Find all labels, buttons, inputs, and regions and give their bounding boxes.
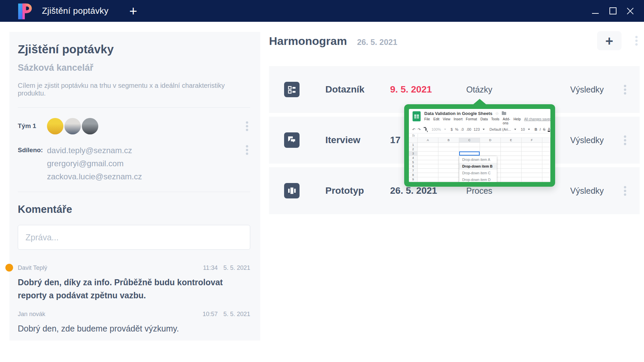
sheet-cell bbox=[438, 177, 459, 182]
sheet-cell bbox=[501, 164, 522, 169]
phase-link-results[interactable]: Výsledky bbox=[570, 186, 604, 196]
add-phase-button[interactable]: + bbox=[597, 31, 622, 50]
sheet-cell bbox=[542, 160, 550, 165]
avatar bbox=[47, 118, 63, 134]
dropdown-item: Drop-down item D bbox=[459, 176, 497, 182]
phase-link-results[interactable]: Výsledky bbox=[570, 85, 604, 95]
caret-down-icon bbox=[514, 129, 516, 130]
carousel-icon bbox=[284, 183, 300, 198]
sheet-cell: 7 bbox=[409, 169, 418, 173]
sheet-cell bbox=[522, 143, 542, 147]
strikethrough-button: S bbox=[543, 127, 545, 131]
app-logo-icon bbox=[15, 2, 35, 20]
sheet-cell: 8 bbox=[409, 173, 418, 177]
sheet-cell bbox=[522, 177, 542, 182]
shared-email: david.teply@seznam.cz bbox=[47, 144, 142, 157]
comment-time: 11:34 bbox=[203, 264, 218, 272]
project-panel: Zjištění poptávky Sázková kancelář Cílem… bbox=[9, 32, 260, 341]
new-tab-button[interactable]: + bbox=[129, 6, 137, 16]
unread-indicator bbox=[5, 264, 13, 272]
italic-button: I bbox=[540, 127, 541, 131]
project-description: Cílem je zjistit poptávku na trhu v segm… bbox=[18, 82, 250, 97]
sheet-grid-area: ABCDEF12345678910 Drop-down item A Drop-… bbox=[409, 138, 550, 182]
menu-item: Insert bbox=[454, 117, 463, 121]
sheet-cell bbox=[438, 182, 459, 182]
schedule-header: Harmonogram 26. 5. 2021 + bbox=[269, 35, 640, 49]
shared-menu-kebab-icon[interactable] bbox=[244, 144, 250, 156]
window-controls bbox=[592, 7, 634, 15]
sheet-cell: 6 bbox=[409, 164, 418, 169]
phase-link-questions[interactable]: Otázky bbox=[466, 85, 570, 95]
decrease-decimal-button: .0 bbox=[461, 127, 464, 131]
menu-item: Edit bbox=[433, 117, 439, 121]
schedule-date: 26. 5. 2021 bbox=[357, 38, 397, 47]
schedule-title: Harmonogram bbox=[269, 35, 347, 48]
phase-label: Iterview bbox=[325, 135, 390, 145]
sheet-cell bbox=[522, 169, 542, 173]
google-sheets-screenshot: Data Validation in Google Sheets ☆ File … bbox=[409, 109, 550, 182]
sheets-toolbar: ↶ ↷ 100% $ % .0 .00 123 Default (Ari... … bbox=[409, 126, 550, 133]
project-subtitle: Sázková kancelář bbox=[18, 63, 250, 73]
divider bbox=[18, 107, 250, 108]
percent-format-button: % bbox=[455, 127, 459, 131]
schedule-menu-kebab-icon[interactable] bbox=[633, 35, 640, 47]
titlebar: Zjištění poptávky + bbox=[0, 0, 644, 22]
sheet-cell: 10 bbox=[409, 182, 418, 182]
team-row: Tým 1 bbox=[18, 116, 250, 136]
tab-title[interactable]: Zjištění poptávky bbox=[42, 6, 109, 16]
avatar bbox=[82, 118, 98, 134]
sheets-title-row: Data Validation in Google Sheets ☆ bbox=[424, 111, 547, 116]
app-window: Zjištění poptávky + Zjištění poptávky Sá… bbox=[0, 0, 644, 362]
sheet-cell bbox=[418, 177, 438, 182]
sheet-cell bbox=[438, 169, 459, 173]
sheet-cell bbox=[480, 152, 501, 156]
sheet-preview-popup[interactable]: Data Validation in Google Sheets ☆ File … bbox=[404, 104, 555, 187]
shared-email: grergoryi@gmail.com bbox=[47, 157, 142, 170]
sheet-cell bbox=[459, 147, 480, 152]
sheet-cell bbox=[438, 160, 459, 165]
phase-link-results[interactable]: Výsledky bbox=[570, 135, 604, 145]
fx-label: fx bbox=[412, 134, 415, 137]
close-icon[interactable] bbox=[627, 7, 634, 15]
sheet-cell bbox=[522, 173, 542, 177]
team-menu-kebab-icon[interactable] bbox=[244, 120, 250, 132]
comment-input[interactable] bbox=[18, 225, 250, 250]
sheet-cell bbox=[418, 152, 438, 156]
sheet-cell: D bbox=[480, 138, 501, 143]
menu-item: Data bbox=[480, 117, 488, 121]
menu-item: Help bbox=[514, 117, 521, 121]
maximize-icon[interactable] bbox=[609, 7, 616, 15]
sheet-cell bbox=[522, 160, 542, 165]
sheet-cell bbox=[501, 152, 522, 156]
team-label: Tým 1 bbox=[18, 122, 47, 130]
sheet-cell bbox=[542, 169, 550, 173]
sheets-header-text: Data Validation in Google Sheets ☆ File … bbox=[424, 111, 547, 125]
project-title: Zjištění poptávky bbox=[18, 43, 250, 56]
minimize-icon[interactable] bbox=[592, 7, 599, 15]
validation-dropdown: Drop-down item A Drop-down item B Drop-d… bbox=[459, 156, 497, 182]
row-menu-kebab-icon[interactable] bbox=[622, 134, 628, 146]
menu-item: Format bbox=[466, 117, 477, 121]
dropdown-item: Drop-down item A bbox=[459, 156, 497, 163]
sheet-cell: 1 bbox=[409, 143, 418, 147]
redo-icon: ↷ bbox=[418, 127, 421, 132]
star-icon: ☆ bbox=[495, 112, 499, 116]
divider bbox=[18, 192, 250, 192]
sheet-cell bbox=[501, 160, 522, 165]
sheet-cell bbox=[501, 169, 522, 173]
phase-date: 9. 5. 2021 bbox=[390, 84, 466, 95]
comment-date: 5. 5. 2021 bbox=[223, 264, 250, 272]
comment-time: 10:57 bbox=[203, 311, 218, 318]
comment-meta: Jan novák 10:57 5. 5. 2021 bbox=[18, 311, 250, 318]
comments-heading: Komentáře bbox=[18, 203, 250, 216]
shared-label: Sdíleno: bbox=[18, 144, 47, 154]
phase-link-process[interactable]: Proces bbox=[466, 186, 570, 196]
sheets-header: Data Validation in Google Sheets ☆ File … bbox=[409, 109, 550, 125]
row-menu-kebab-icon[interactable] bbox=[622, 185, 628, 197]
sheet-cell bbox=[501, 147, 522, 152]
sheet-cell bbox=[418, 143, 438, 147]
row-menu-kebab-icon[interactable] bbox=[622, 83, 628, 96]
sheet-cell bbox=[438, 164, 459, 169]
font-size-select: 10 bbox=[521, 127, 525, 131]
comment-when: 10:57 5. 5. 2021 bbox=[203, 311, 250, 318]
